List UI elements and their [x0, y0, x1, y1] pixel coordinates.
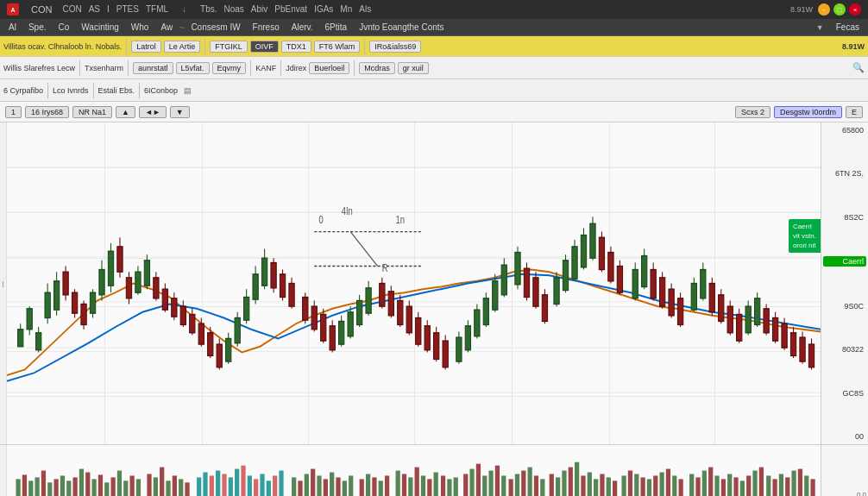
svg-rect-49: [198, 323, 204, 344]
btn-buerloeil[interactable]: Buerloeil: [309, 62, 349, 74]
svg-rect-271: [594, 479, 598, 496]
svg-rect-174: [764, 309, 769, 333]
svg-rect-39: [154, 278, 159, 298]
svg-rect-198: [98, 474, 103, 496]
title-menu-pbenvat[interactable]: PbEnvat: [274, 4, 307, 14]
chart-btn-arrow-up[interactable]: ▲: [116, 106, 135, 118]
menu-co[interactable]: Co: [53, 21, 74, 34]
title-menu-igas[interactable]: IGAs: [314, 4, 333, 14]
sep-11: [139, 83, 140, 98]
svg-rect-210: [179, 479, 183, 496]
svg-rect-299: [779, 474, 783, 496]
title-menu-abiv[interactable]: Abiv: [251, 4, 267, 14]
toolbar-row-1: Villitas ocav. Clhnaloob ln. Nobals. Lat…: [0, 36, 868, 57]
chart-main[interactable]: 0 4In 1n R: [7, 122, 821, 444]
menu-jvnto[interactable]: Jvnto Eoangthe Conts: [354, 21, 449, 34]
svg-rect-224: [273, 475, 277, 496]
menu-fnreso[interactable]: Fnreso: [248, 21, 285, 34]
chart-btn-desgstw[interactable]: Desgstw I0ordm: [774, 106, 842, 118]
minimize-button[interactable]: −: [818, 3, 830, 16]
btn-tdx1[interactable]: TDX1: [281, 41, 311, 53]
svg-rect-29: [108, 251, 113, 286]
svg-rect-45: [180, 306, 186, 324]
title-menu-als[interactable]: Als: [359, 4, 371, 14]
title-menu-con[interactable]: CON: [62, 4, 81, 14]
btn-ftgikl[interactable]: FTGIKL: [210, 41, 248, 53]
svg-rect-298: [772, 479, 777, 496]
svg-rect-285: [689, 474, 694, 496]
volume-area: 0.0: [0, 445, 868, 496]
svg-rect-184: [808, 344, 814, 367]
svg-rect-21: [72, 292, 77, 313]
chart-btn-scxs2[interactable]: Scxs 2: [735, 106, 771, 118]
svg-rect-85: [366, 288, 371, 313]
svg-rect-31: [117, 247, 123, 272]
info-line-2: vit vstn.: [793, 231, 816, 241]
menu-alerv[interactable]: Alerv.: [286, 21, 318, 34]
menu-who[interactable]: Who: [126, 21, 154, 34]
sep-7: [280, 60, 281, 76]
title-menu-i[interactable]: I: [107, 4, 110, 14]
menu-consesm[interactable]: Consesm IW: [186, 21, 245, 34]
chart-btn-1[interactable]: 1: [5, 106, 22, 118]
btn-oivf[interactable]: OIVF: [250, 41, 279, 53]
btn-eqvmy[interactable]: Eqvmy: [212, 62, 247, 74]
svg-rect-130: [554, 278, 559, 305]
btn-ft6wlam[interactable]: FT6 Wlam: [314, 41, 361, 53]
svg-rect-94: [380, 284, 385, 307]
chart-btn-arrow-down[interactable]: ▼: [170, 106, 190, 118]
price-scale: 65800 6TN 2S. 8S2C Caerrl 9S0C 80322 GC8…: [821, 122, 868, 444]
info-line-3: orori nit: [793, 241, 816, 250]
svg-rect-293: [740, 480, 745, 496]
svg-rect-257: [501, 475, 506, 496]
title-menu-noas[interactable]: Noas: [224, 4, 244, 14]
svg-rect-73: [311, 306, 317, 330]
chart-btn-e[interactable]: E: [846, 106, 863, 118]
title-menu-tfml[interactable]: TFML: [146, 4, 168, 14]
title-menu-mn[interactable]: Mn: [340, 4, 352, 14]
close-button[interactable]: ×: [849, 3, 861, 16]
svg-rect-260: [521, 471, 525, 496]
svg-rect-122: [515, 253, 520, 285]
svg-rect-182: [800, 337, 805, 361]
menu-aw[interactable]: Aw: [155, 21, 178, 34]
svg-rect-261: [528, 468, 532, 496]
chart-btn-irys68[interactable]: 16 Irys68: [25, 106, 69, 118]
svg-rect-83: [356, 300, 362, 324]
chart-btn-nrna1[interactable]: NR Na1: [72, 106, 112, 118]
svg-rect-104: [425, 326, 430, 350]
chart-btn-arrow-lr[interactable]: ◄►: [139, 106, 167, 118]
price-label-6: GC8S: [823, 389, 866, 398]
btn-le-artie[interactable]: Le Artie: [164, 41, 201, 53]
menu-6ptita[interactable]: 6Ptita: [320, 21, 353, 34]
btn-aunrstatl[interactable]: aunrstatl: [133, 62, 173, 74]
svg-rect-102: [416, 317, 421, 344]
maximize-button[interactable]: □: [833, 3, 846, 16]
menu-spe[interactable]: Spe.: [23, 21, 52, 34]
btn-grxuil[interactable]: gr xuil: [398, 62, 429, 74]
btn-latrol[interactable]: Latrol: [131, 41, 161, 53]
svg-rect-33: [126, 278, 131, 298]
title-menu-ptes[interactable]: PTES: [116, 4, 139, 14]
svg-rect-152: [659, 278, 664, 306]
menu-wacinting[interactable]: Wacinting: [76, 21, 124, 34]
menu-al[interactable]: Al: [3, 21, 22, 34]
btn-irobialss[interactable]: IRo&ialss69: [369, 41, 421, 53]
btn-mcdras[interactable]: Mcdras: [359, 62, 395, 74]
title-menu-tbs[interactable]: Tbs.: [200, 4, 217, 14]
svg-rect-303: [804, 475, 808, 496]
svg-rect-189: [41, 471, 46, 496]
svg-rect-156: [677, 298, 682, 325]
svg-rect-57: [235, 317, 240, 342]
btn-l5vfat[interactable]: L5vfat.: [176, 62, 210, 74]
svg-rect-247: [434, 473, 438, 496]
menu-fecas[interactable]: Fecas: [831, 21, 865, 34]
sep-1: [126, 39, 127, 54]
svg-rect-239: [379, 480, 383, 496]
tb3-icon: ▤: [184, 86, 192, 95]
title-menu-as[interactable]: AS: [89, 4, 100, 14]
svg-rect-190: [47, 482, 52, 496]
svg-rect-214: [210, 475, 214, 496]
svg-rect-265: [556, 477, 560, 496]
window-controls: − □ ×: [818, 3, 861, 16]
